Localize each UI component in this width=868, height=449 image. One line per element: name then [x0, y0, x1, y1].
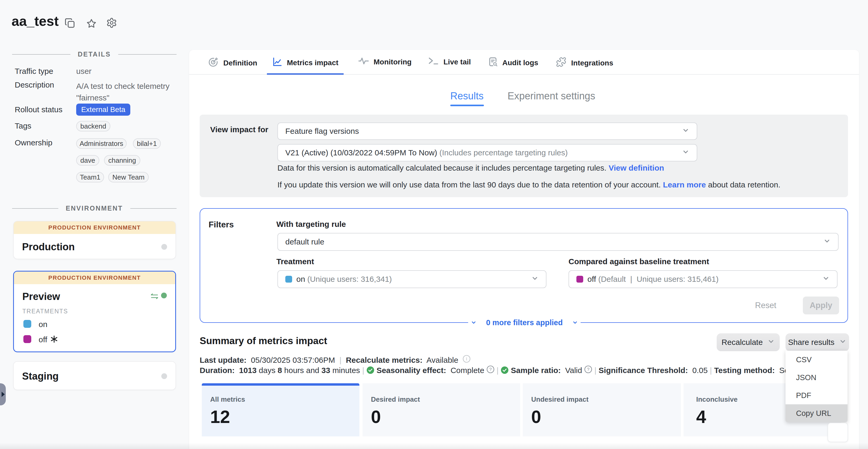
svg-text:?: ? [587, 367, 589, 372]
svg-text:i: i [466, 356, 467, 361]
svg-text:?: ? [489, 367, 492, 372]
